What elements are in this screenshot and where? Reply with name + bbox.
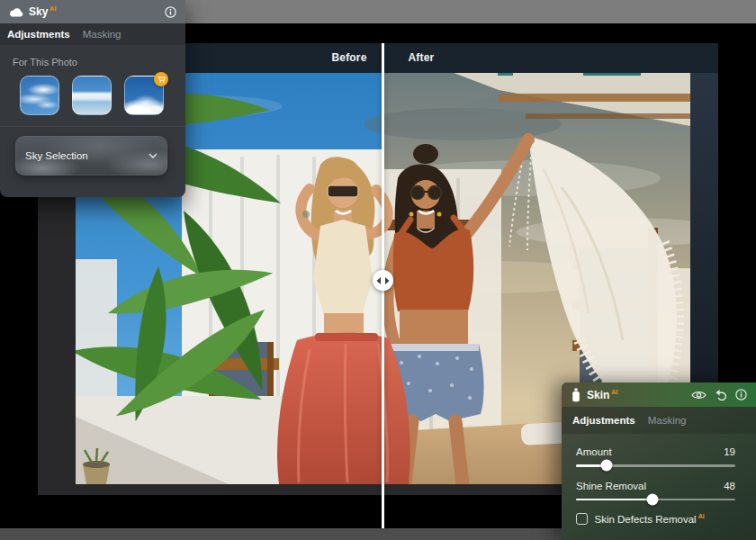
undo-icon[interactable] bbox=[715, 389, 727, 400]
sky-selection-label: Sky Selection bbox=[25, 150, 148, 161]
sky-thumbnail-wispy[interactable] bbox=[20, 76, 59, 115]
skin-panel-tabs: Adjustments Masking bbox=[562, 407, 756, 434]
sky-panel-header: SkyAI bbox=[0, 0, 185, 23]
sky-panel: SkyAI Adjustments Masking For This Photo… bbox=[0, 0, 185, 197]
tab-masking[interactable]: Masking bbox=[648, 415, 687, 426]
sky-panel-tabs: Adjustments Masking bbox=[0, 23, 185, 45]
skin-panel: SkinAI Adjustments Masking Amount 19 bbox=[562, 382, 756, 540]
info-icon[interactable] bbox=[735, 389, 747, 400]
divider-handle[interactable] bbox=[373, 270, 393, 291]
eye-icon[interactable] bbox=[691, 390, 706, 400]
section-label: For This Photo bbox=[13, 57, 173, 68]
amount-slider-group: Amount 19 bbox=[576, 446, 735, 467]
slider-label: Shine Removal bbox=[576, 481, 646, 491]
after-label: After bbox=[408, 51, 434, 64]
cloud-icon bbox=[9, 7, 23, 17]
sky-panel-title: SkyAI bbox=[29, 5, 56, 18]
shine-removal-slider-thumb[interactable] bbox=[646, 493, 658, 505]
skin-defects-removal-row[interactable]: Skin Defects RemovalAI bbox=[576, 513, 735, 525]
sky-thumbnail-cumulus[interactable] bbox=[124, 76, 164, 115]
tab-masking[interactable]: Masking bbox=[83, 29, 122, 40]
ai-badge: AI bbox=[611, 389, 617, 395]
slider-label: Amount bbox=[576, 446, 612, 457]
sky-panel-body: For This Photo Sky Selection bbox=[0, 57, 185, 176]
tab-adjustments[interactable]: Adjustments bbox=[7, 29, 70, 40]
tab-adjustments[interactable]: Adjustments bbox=[572, 415, 635, 426]
sky-thumbnail-cloud-band[interactable] bbox=[72, 76, 112, 115]
left-right-arrows-icon bbox=[376, 275, 390, 286]
checkbox-label: Skin Defects RemovalAI bbox=[595, 513, 705, 525]
skin-panel-title: SkinAI bbox=[587, 389, 617, 401]
sky-selection-dropdown[interactable]: Sky Selection bbox=[15, 136, 167, 176]
sky-thumbnails bbox=[13, 76, 173, 115]
slider-value: 19 bbox=[724, 446, 735, 457]
info-icon[interactable] bbox=[165, 6, 176, 18]
plant-pot bbox=[83, 448, 110, 484]
chevron-down-icon bbox=[148, 153, 158, 158]
ai-badge: AI bbox=[698, 513, 705, 519]
skin-panel-header: SkinAI bbox=[562, 382, 756, 407]
skin-defects-checkbox[interactable] bbox=[576, 513, 588, 525]
shine-removal-slider-group: Shine Removal 48 bbox=[576, 481, 735, 501]
amount-slider-thumb[interactable] bbox=[600, 460, 612, 472]
amount-slider-track[interactable] bbox=[576, 464, 735, 467]
skin-panel-controls: Amount 19 Shine Removal 48 Skin Defects … bbox=[562, 434, 756, 525]
cart-icon[interactable] bbox=[154, 72, 168, 86]
before-label: Before bbox=[331, 51, 366, 64]
ai-badge: AI bbox=[50, 5, 56, 12]
bottle-icon bbox=[571, 388, 581, 402]
slider-value: 48 bbox=[724, 481, 735, 491]
shine-removal-slider-track[interactable] bbox=[576, 499, 735, 501]
panel-divider bbox=[0, 126, 185, 127]
